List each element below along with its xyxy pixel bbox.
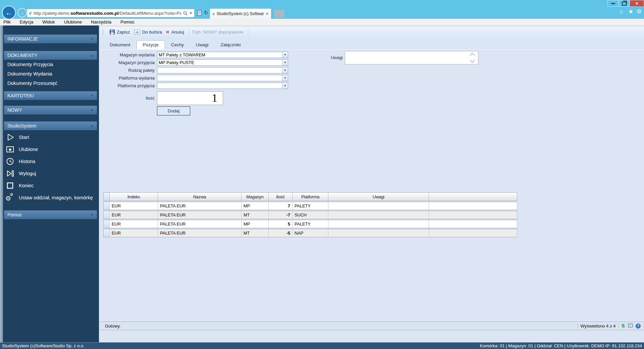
form-row: Rodzaj palety bbox=[99, 67, 288, 73]
cell-nazwa: PALETA EUR bbox=[158, 202, 241, 210]
page-icon[interactable] bbox=[197, 10, 202, 16]
feedback-icon[interactable] bbox=[628, 323, 633, 328]
row-selector[interactable] bbox=[103, 211, 110, 219]
notes-textarea[interactable] bbox=[345, 51, 478, 64]
link-label: Dokumenty Przesunięć bbox=[7, 81, 57, 86]
menu-narzedzia[interactable]: Narzędzia bbox=[91, 19, 111, 24]
sidebar-header-pomoc[interactable]: Pomoc bbox=[4, 210, 97, 219]
restore-button[interactable] bbox=[619, 0, 629, 7]
table-row[interactable]: EUR PALETA EUR MT -5 NAP bbox=[103, 229, 517, 237]
dropdown-button[interactable] bbox=[282, 83, 288, 89]
minimize-icon bbox=[611, 3, 615, 4]
notes-label: Uwagi bbox=[276, 51, 345, 64]
new-tab-button[interactable] bbox=[274, 10, 284, 17]
menu-edycja[interactable]: Edycja bbox=[20, 19, 34, 24]
item-label: Ustaw oddział, magazyn, komórkę bbox=[19, 195, 93, 200]
tab-cechy[interactable]: Cechy bbox=[165, 41, 190, 49]
col-header-uwagi[interactable]: Uwagi bbox=[328, 192, 429, 201]
table-row[interactable]: EUR PALETA EUR MT -7 SUCH bbox=[103, 211, 517, 219]
row-selector[interactable] bbox=[103, 229, 110, 237]
sidebar-header-informacje[interactable]: INFORMACJE bbox=[4, 35, 97, 43]
link-label: Dokumenty Przyjęcia bbox=[7, 62, 53, 67]
sidebar-header-studiosystem[interactable]: StudioSystem bbox=[4, 121, 97, 130]
home-icon[interactable]: ⌂ bbox=[620, 8, 623, 15]
sidebar-item-dokumenty-wydania[interactable]: Dokumenty Wydania bbox=[7, 70, 97, 78]
dropdown-button[interactable] bbox=[282, 75, 288, 81]
table-row[interactable]: EUR PALETA EUR MP 7 PALETY bbox=[103, 202, 517, 210]
favorites-star-icon[interactable]: ★ bbox=[628, 8, 633, 15]
add-button[interactable]: Dodaj bbox=[157, 106, 190, 115]
tab-uwagi[interactable]: Uwagi bbox=[190, 41, 215, 49]
sidebar-item-ulubione[interactable]: Ulubione bbox=[5, 144, 97, 155]
url-domain: softwarestudio.com.pl bbox=[70, 11, 118, 16]
cancel-button[interactable]: × Anuluj bbox=[164, 29, 186, 35]
refresh-icon[interactable]: ↻ bbox=[204, 10, 208, 16]
app-toolbar: Zapisz ab Do bufora × Anuluj Tryb: NOWY … bbox=[100, 27, 644, 37]
close-button[interactable]: × bbox=[630, 0, 644, 7]
cell-platforma: PALETY bbox=[292, 220, 328, 228]
row-selector[interactable] bbox=[103, 220, 110, 228]
magazyn-przyjecia-select[interactable]: MP Palety PUSTE bbox=[157, 59, 288, 66]
forward-arrow-icon: → bbox=[20, 10, 24, 15]
sidebar-header-kartoteki[interactable]: KARTOTEKI bbox=[4, 91, 97, 100]
address-dropdown-icon[interactable] bbox=[190, 12, 192, 14]
gear-icon[interactable]: ⚙ bbox=[637, 8, 642, 15]
cell-ilosc: -5 bbox=[269, 229, 292, 237]
buffer-button[interactable]: ab Do bufora bbox=[132, 29, 164, 35]
col-header-ilosc[interactable]: Ilość bbox=[269, 192, 292, 201]
rodzaj-palety-select[interactable] bbox=[157, 67, 288, 73]
col-header-platforma[interactable]: Platforma bbox=[292, 192, 328, 201]
selected-value: MP Palety PUSTE bbox=[157, 60, 288, 65]
sidebar-item-dokumenty-przyjecia[interactable]: Dokumenty Przyjęcia bbox=[7, 60, 97, 68]
row-count-label: Wyświetlono 4 z 4 bbox=[581, 323, 616, 329]
favorites-icon bbox=[5, 145, 15, 154]
platforma-przyjecia-select[interactable] bbox=[157, 83, 288, 89]
cell-indeks: EUR bbox=[110, 202, 158, 210]
col-header-indeks[interactable]: Indeks bbox=[110, 192, 158, 201]
help-icon[interactable]: ? bbox=[636, 323, 641, 329]
tab-close-icon[interactable]: × bbox=[266, 11, 268, 16]
back-button[interactable]: ← bbox=[2, 6, 16, 19]
search-icon[interactable] bbox=[183, 11, 187, 15]
back-arrow-icon: ← bbox=[5, 8, 13, 17]
browser-tab[interactable]: e StudioSystem (c) SoftwareS... × bbox=[210, 8, 271, 19]
menu-widok[interactable]: Widok bbox=[42, 19, 55, 24]
save-button[interactable]: Zapisz bbox=[108, 29, 132, 35]
chevron-up-icon bbox=[91, 55, 94, 56]
forward-button[interactable]: → bbox=[17, 8, 27, 17]
tab-dokument[interactable]: Dokument bbox=[104, 41, 137, 49]
sidebar-item-dokumenty-przesuniec[interactable]: Dokumenty Przesunięć bbox=[7, 79, 97, 87]
toolbar-grip[interactable] bbox=[103, 29, 104, 35]
chevron-down-icon bbox=[284, 85, 286, 87]
dropdown-button[interactable] bbox=[282, 67, 288, 73]
sidebar-item-historia[interactable]: Historia bbox=[5, 156, 97, 167]
quantity-input[interactable] bbox=[157, 91, 223, 105]
refresh-grid-icon[interactable]: ⇅ bbox=[621, 323, 625, 329]
browser-menu-bar: Plik Edycja Widok Ulubione Narzędzia Pom… bbox=[0, 19, 644, 26]
col-header-nazwa[interactable]: Nazwa bbox=[158, 192, 241, 201]
section-label: NOWY bbox=[7, 107, 22, 113]
platforma-wydania-select[interactable] bbox=[157, 75, 288, 81]
sidebar-header-nowy[interactable]: NOWY bbox=[4, 106, 97, 114]
sidebar-item-ustaw-oddzial[interactable]: ⚙⚙ Ustaw oddział, magazyn, komórkę bbox=[5, 192, 97, 203]
row-selector[interactable] bbox=[103, 202, 110, 210]
ie-window: ← → e http://palety.demo.softwarestudio.… bbox=[0, 0, 644, 349]
restore-icon bbox=[622, 2, 627, 6]
cancel-label: Anuluj bbox=[171, 30, 184, 35]
menu-ulubione[interactable]: Ulubione bbox=[64, 19, 82, 24]
magazyn-wydania-select[interactable]: MT Palety z TOWAREM bbox=[157, 52, 288, 58]
tab-zalaczniki[interactable]: Załączniki bbox=[215, 41, 247, 49]
address-bar[interactable]: e http://palety.demo.softwarestudio.com.… bbox=[27, 9, 195, 17]
col-header-magazyn[interactable]: Magazyn bbox=[241, 192, 269, 201]
table-row[interactable]: EUR PALETA EUR MP 5 PALETY bbox=[103, 220, 517, 228]
sidebar-item-start[interactable]: Start bbox=[5, 132, 97, 143]
tab-pozycje[interactable]: Pozycje bbox=[137, 40, 165, 49]
ie-icon: e bbox=[29, 10, 32, 16]
sidebar-item-wyloguj[interactable]: Wyloguj bbox=[5, 168, 97, 179]
status-separator bbox=[578, 323, 578, 329]
minimize-button[interactable] bbox=[607, 0, 619, 7]
sidebar-item-koniec[interactable]: Koniec bbox=[5, 180, 97, 191]
menu-plik[interactable]: Plik bbox=[3, 19, 11, 24]
menu-pomoc[interactable]: Pomoc bbox=[120, 19, 135, 24]
sidebar-header-dokumenty[interactable]: DOKUMENTY bbox=[4, 51, 97, 60]
